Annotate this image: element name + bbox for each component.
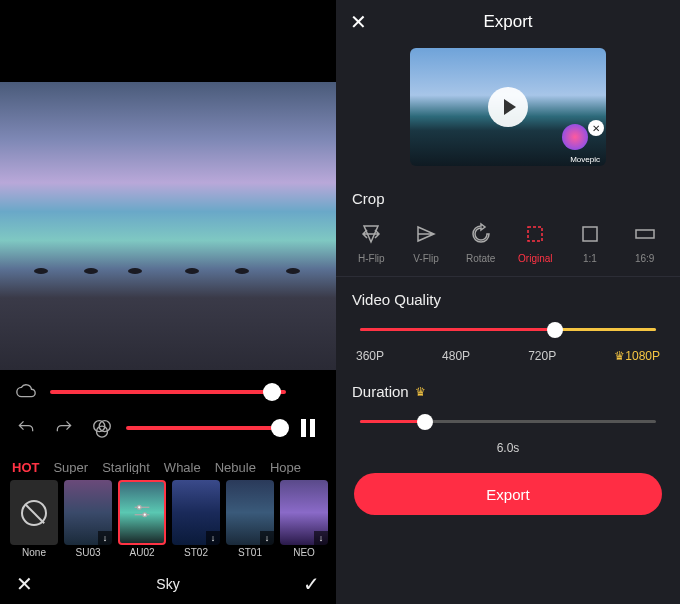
effect-intensity-slider[interactable] [50,390,286,394]
category-tab[interactable]: Super [53,460,88,474]
effect-item[interactable]: AU02 [118,480,166,558]
pause-button[interactable] [296,414,324,442]
play-button[interactable] [488,87,528,127]
download-icon: ↓ [98,531,112,545]
duration-value: 6.0s [336,429,680,463]
quality-option[interactable]: 360P [356,349,384,363]
export-button[interactable]: Export [354,473,662,515]
export-panel: ✕ Export ✕ Movepic Crop H-FlipV-FlipRota… [336,0,680,604]
effect-label: NEO [293,547,315,558]
download-icon: ↓ [314,531,328,545]
preview-thumbnail[interactable]: ✕ Movepic [410,48,606,166]
svg-point-4 [137,505,141,509]
quality-slider[interactable] [360,328,656,331]
effect-item[interactable]: ↓NEO [280,480,328,558]
cloud-icon[interactable] [12,378,40,406]
crop-label: Crop [336,176,680,217]
crop-icon [468,221,494,247]
effect-label: SU03 [75,547,100,558]
download-icon: ↓ [206,531,220,545]
quality-option[interactable]: 720P [528,349,556,363]
quality-labels: 360P480P720P♛1080P [336,337,680,369]
effect-label: ST01 [238,547,262,558]
redo-icon[interactable] [50,414,78,442]
filter-icon[interactable] [88,414,116,442]
crop-option[interactable]: Original [510,221,560,264]
crop-icon [522,221,548,247]
crop-option[interactable]: Rotate [456,221,506,264]
category-tab[interactable]: Whale [164,460,201,474]
crop-icon [413,221,439,247]
svg-rect-8 [583,227,597,241]
crop-icon [577,221,603,247]
export-title: Export [483,12,532,32]
crop-icon [632,221,658,247]
close-button[interactable]: ✕ [350,10,367,34]
effect-item[interactable]: ↓ST01 [226,480,274,558]
duration-slider[interactable] [360,420,656,423]
bottom-bar: ✕ Sky ✓ [0,564,336,604]
cancel-button[interactable]: ✕ [16,572,33,596]
preview-area[interactable] [0,82,336,370]
category-tab[interactable]: HOT [12,460,39,474]
undo-icon[interactable] [12,414,40,442]
category-tab[interactable]: Nebule [215,460,256,474]
svg-point-6 [143,512,147,516]
effect-label: None [22,547,46,558]
svg-rect-7 [528,227,542,241]
quality-option[interactable]: ♛1080P [614,349,660,363]
effect-item[interactable]: ↓SU03 [64,480,112,558]
section-title: Sky [156,576,179,592]
confirm-button[interactable]: ✓ [303,572,320,596]
crop-options: H-FlipV-FlipRotateOriginal1:116:9 [336,217,680,277]
crop-option[interactable]: H-Flip [346,221,396,264]
effect-item[interactable]: ↓ST02 [172,480,220,558]
quality-label: Video Quality [336,277,680,318]
category-tab[interactable]: Starlight [102,460,150,474]
category-tab[interactable]: Hope [270,460,301,474]
effect-strip: None↓SU03AU02↓ST02↓ST01↓NEO [0,474,336,564]
effect-item[interactable]: None [10,480,58,558]
editor-panel: HOTSuperStarlightWhaleNebuleHope None↓SU… [0,0,336,604]
watermark-badge[interactable]: ✕ Movepic [562,124,600,162]
download-icon: ↓ [260,531,274,545]
crop-option[interactable]: 1:1 [565,221,615,264]
adjust-icon [131,500,153,526]
filter-intensity-slider[interactable] [126,426,286,430]
crop-option[interactable]: V-Flip [401,221,451,264]
effect-label: AU02 [129,547,154,558]
crown-icon: ♛ [415,385,426,399]
duration-label: Duration ♛ [336,369,680,410]
quality-option[interactable]: 480P [442,349,470,363]
crop-option[interactable]: 16:9 [620,221,670,264]
crop-icon [358,221,384,247]
effect-label: ST02 [184,547,208,558]
category-tabs: HOTSuperStarlightWhaleNebuleHope [0,454,336,474]
remove-watermark-icon[interactable]: ✕ [588,120,604,136]
svg-rect-9 [636,230,654,238]
